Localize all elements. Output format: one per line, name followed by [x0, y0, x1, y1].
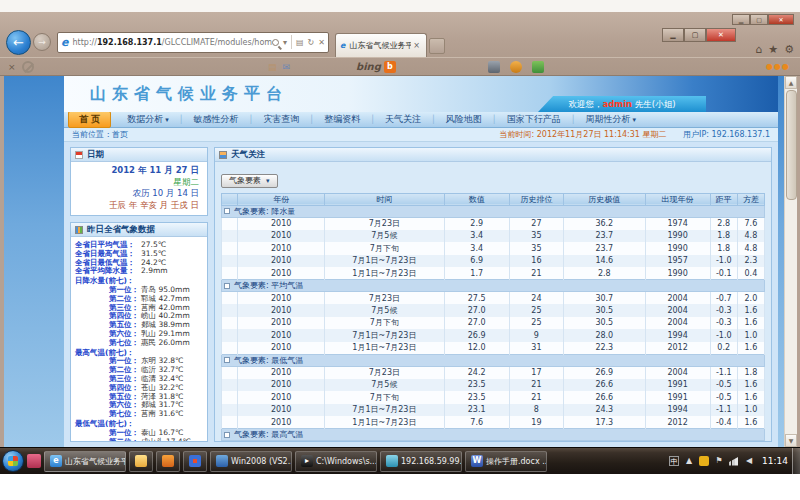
cell-year: 2010 [238, 366, 325, 379]
task-button-word[interactable]: W操作手册.docx ... [465, 451, 547, 472]
new-tab-button[interactable] [429, 38, 445, 54]
camera-icon[interactable] [488, 61, 500, 73]
volume-icon[interactable]: ◀ [744, 456, 754, 466]
cell-value: 27.0 [444, 304, 509, 317]
background-maximize-button[interactable]: ▢ [750, 14, 768, 25]
column-header-6[interactable]: 距平 [710, 193, 737, 205]
cell-variance: 1.0 [737, 329, 764, 342]
rank-value[interactable]: 成山头 17.4℃ [141, 438, 191, 442]
tools-gear-icon[interactable]: ⚙ [784, 43, 794, 56]
nav-item-periodic-analysis[interactable]: 周期性分析▾ [575, 112, 646, 127]
rank-value[interactable]: 惠民 26.0mm [141, 339, 190, 348]
nav-item-data-analysis[interactable]: 数据分析▾ [117, 112, 179, 127]
weather-panel-body: 全省日平均气温：27.5℃全省日最高气温：31.5℃全省日最低气温：24.2℃全… [71, 237, 207, 442]
blocked-content-icon[interactable] [22, 61, 34, 73]
stop-icon[interactable]: ✕ [318, 38, 325, 47]
maximize-button[interactable]: ▢ [684, 28, 706, 42]
task-button-media[interactable] [183, 451, 207, 472]
group-checkbox[interactable] [224, 283, 230, 289]
nav-item-national-products[interactable]: 国家下行产品 [497, 112, 571, 127]
column-header-4[interactable]: 历史极值 [564, 193, 645, 205]
group-checkbox[interactable] [224, 357, 230, 363]
scroll-down-icon[interactable]: ▼ [785, 434, 797, 447]
row-expand-cell [222, 255, 238, 268]
show-desktop-button[interactable] [792, 448, 800, 475]
cell-time: 1月1日~7月23日 [325, 416, 444, 429]
action-center-flag-icon[interactable]: ⚑ [714, 456, 724, 466]
quick-launch-icon[interactable] [27, 454, 41, 468]
task-button-remote[interactable]: 192.168.59.99... [380, 451, 462, 472]
address-bar[interactable]: e http://192.168.137.1/GLCCLIMATE/module… [57, 32, 329, 53]
weather-focus-body: 气象要素 ▾ 年份时间数值历史排位历史极值出现年份距平方差 气象要素: 降水量2… [215, 162, 771, 441]
calendar-lunar-date: 农历 10 月 14 日 [75, 188, 199, 200]
favorites-star-icon[interactable]: ★ [768, 43, 778, 56]
antivirus-icon[interactable] [699, 456, 709, 466]
cell-extreme-year: 1991 [645, 379, 710, 392]
cell-extreme-year: 2004 [645, 292, 710, 305]
task-button-folder[interactable] [129, 451, 153, 472]
browser-tab[interactable]: e 山东省气候业务平... × [335, 33, 427, 57]
background-close-button[interactable]: ✕ [768, 14, 794, 25]
column-header-7[interactable]: 方差 [737, 193, 764, 205]
task-button-vm[interactable]: Win2008 (VS2... [210, 451, 292, 472]
nav-item-home[interactable]: 首 页 [68, 111, 111, 128]
back-button[interactable]: ← [6, 30, 31, 55]
mail-icon[interactable]: ✉ [283, 62, 291, 72]
cell-value: 6.9 [444, 255, 509, 268]
cell-time: 7月23日 [325, 441, 444, 442]
vertical-scrollbar[interactable]: ▲ ▼ [784, 76, 797, 447]
scrollbar-thumb[interactable] [786, 90, 797, 200]
task-button-cmd[interactable]: ▸C:\Windows\s... [295, 451, 377, 472]
cell-time: 7月1日~7月23日 [325, 255, 444, 268]
tab-close-icon[interactable]: × [411, 41, 422, 50]
column-header-3[interactable]: 历史排位 [509, 193, 563, 205]
start-button[interactable] [2, 450, 24, 472]
element-filter-button[interactable]: 气象要素 ▾ [221, 174, 278, 188]
cell-extreme: 30.7 [564, 292, 645, 305]
column-header-1[interactable]: 时间 [325, 193, 444, 205]
column-header-5[interactable]: 出现年份 [645, 193, 710, 205]
refresh-icon[interactable]: ↻ [308, 38, 315, 47]
nav-item-weather-focus[interactable]: 天气关注 [375, 112, 431, 127]
column-header-0[interactable]: 年份 [238, 193, 325, 205]
task-button-label: Win2008 (VS2... [231, 457, 292, 466]
toolbar-overflow-dots[interactable]: ●●● [766, 62, 790, 71]
assistant-icon[interactable] [510, 61, 522, 73]
group-checkbox[interactable] [224, 208, 230, 214]
cell-time: 7月下旬 [325, 391, 444, 404]
scroll-up-icon[interactable]: ▲ [785, 76, 797, 89]
cell-year: 2010 [238, 329, 325, 342]
task-button-ie[interactable]: e山东省气候业务平... [44, 451, 126, 472]
home-icon[interactable]: ⌂ [755, 43, 762, 56]
toolbar-close-icon[interactable]: × [8, 62, 16, 72]
forward-button[interactable]: → [33, 33, 51, 51]
search-icon[interactable] [272, 39, 279, 46]
chevron-down-icon[interactable]: ▾ [283, 38, 287, 47]
url-text[interactable]: http://192.168.137.1/GLCCLIMATE/modules/… [72, 38, 272, 47]
cell-anomaly: -1.1 [710, 366, 737, 379]
nav-item-risk-map[interactable]: 风险地图 [436, 112, 492, 127]
header-expand-cell [222, 193, 238, 205]
cell-time: 7月下旬 [325, 242, 444, 255]
nav-item-disaster-query[interactable]: 灾害查询 [253, 112, 309, 127]
close-button[interactable]: ✕ [706, 28, 736, 42]
bing-toolbar[interactable]: bing b [356, 61, 396, 73]
nav-item-sensitivity-analysis[interactable]: 敏感性分析 [183, 112, 248, 127]
ime-indicator-icon[interactable]: 中 [669, 456, 679, 466]
group-checkbox[interactable] [224, 432, 230, 438]
nav-item-compiled-data[interactable]: 整编资料 [314, 112, 370, 127]
column-header-2[interactable]: 数值 [444, 193, 509, 205]
taskbar-clock[interactable]: 11:14 [762, 456, 788, 466]
card-icon[interactable]: ▤ [268, 62, 277, 72]
background-minimize-button[interactable]: ▁ [732, 14, 750, 25]
compatibility-view-icon[interactable]: ▤ [296, 38, 304, 47]
element-group-cell: 气象要素: 最低气温 [222, 354, 765, 366]
cell-time: 7月23日 [325, 366, 444, 379]
show-hidden-icons[interactable]: ▲ [684, 456, 694, 466]
minimize-button[interactable]: ▁ [662, 28, 684, 42]
rank-value[interactable]: 莒南 31.6℃ [141, 410, 184, 419]
addon-icon[interactable] [532, 61, 544, 73]
tab-title[interactable]: 山东省气候业务平... [349, 40, 411, 51]
network-icon[interactable] [729, 457, 739, 466]
task-button-app-orange[interactable] [156, 451, 180, 472]
